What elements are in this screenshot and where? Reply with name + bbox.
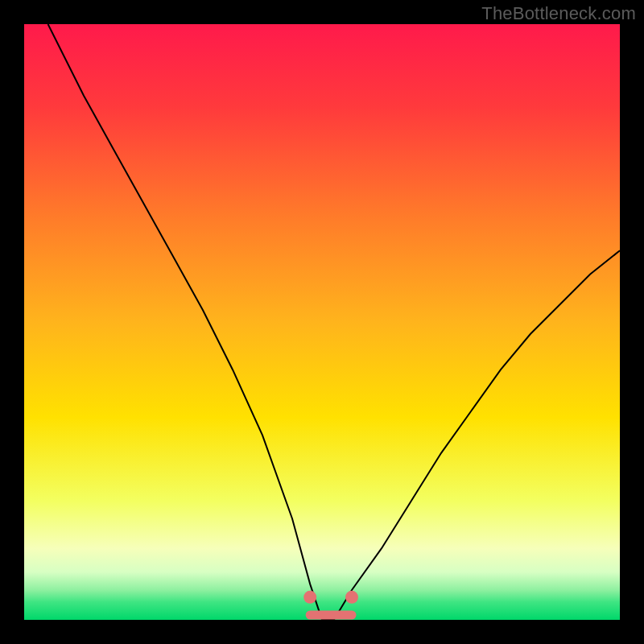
curve-layer: [24, 24, 620, 620]
optimal-range-dot-1: [345, 591, 358, 604]
optimal-range-dot-0: [303, 591, 316, 604]
plot-area: [24, 24, 620, 620]
watermark-text: TheBottleneck.com: [481, 3, 636, 24]
bottleneck-curve: [48, 24, 620, 620]
chart-frame: TheBottleneck.com: [0, 0, 644, 644]
